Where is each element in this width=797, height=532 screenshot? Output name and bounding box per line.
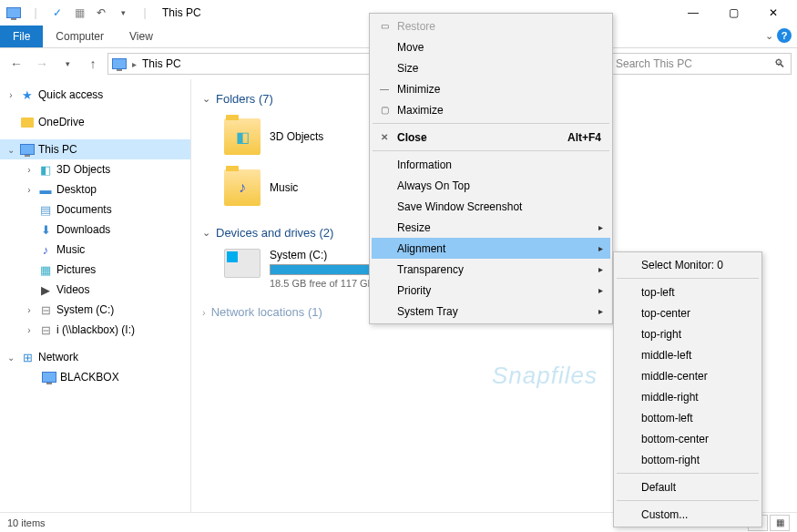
video-icon: ▶ xyxy=(38,282,53,297)
submenu-top-center[interactable]: top-center xyxy=(616,302,760,323)
maximize-button[interactable]: ▢ xyxy=(713,0,753,26)
tree-3d-objects[interactable]: › ◧ 3D Objects xyxy=(0,159,190,179)
chevron-down-icon[interactable]: ⌄ xyxy=(5,145,16,155)
menu-maximize[interactable]: ▢Maximize xyxy=(372,99,610,120)
tree-system-c[interactable]: › ⊟ System (C:) xyxy=(0,300,190,320)
submenu-custom[interactable]: Custom... xyxy=(616,504,760,525)
tree-downloads[interactable]: ⬇ Downloads xyxy=(0,220,190,240)
tree-onedrive[interactable]: OneDrive xyxy=(0,112,190,132)
submenu-bottom-left[interactable]: bottom-left xyxy=(616,407,760,428)
view-large-icons-button[interactable]: ▦ xyxy=(770,515,790,531)
pc-icon xyxy=(4,3,24,23)
qat-properties-icon[interactable]: ▦ xyxy=(69,3,89,23)
computer-icon xyxy=(42,370,56,384)
tab-computer[interactable]: Computer xyxy=(43,26,117,47)
qat-divider: | xyxy=(135,3,155,23)
address-pc-icon xyxy=(112,58,127,69)
submenu-top-left[interactable]: top-left xyxy=(616,281,760,302)
tree-quick-access[interactable]: › ★ Quick access xyxy=(0,85,190,105)
search-input[interactable]: Search This PC 🔍︎ xyxy=(609,53,792,75)
forward-button[interactable]: → xyxy=(31,53,53,75)
item-count: 10 items xyxy=(7,517,46,528)
submenu-middle-right[interactable]: middle-right xyxy=(616,386,760,407)
menu-system-tray[interactable]: System Tray▸ xyxy=(372,301,610,322)
submenu-select-monitor[interactable]: Select Monitor: 0 xyxy=(616,254,760,275)
menu-separator xyxy=(373,123,609,124)
chevron-right-icon[interactable]: › xyxy=(24,185,35,195)
help-icon[interactable]: ? xyxy=(777,28,792,43)
download-icon: ⬇ xyxy=(38,222,53,237)
menu-save-screenshot[interactable]: Save Window Screenshot xyxy=(372,196,610,217)
submenu-bottom-center[interactable]: bottom-center xyxy=(616,428,760,449)
folder-label: Music xyxy=(270,181,298,194)
tree-blackbox[interactable]: BLACKBOX xyxy=(0,367,190,387)
chevron-right-icon[interactable]: › xyxy=(24,165,35,175)
minimize-button[interactable]: — xyxy=(673,0,713,26)
menu-information[interactable]: Information xyxy=(372,154,610,175)
qat-divider: | xyxy=(26,3,46,23)
menu-always-on-top[interactable]: Always On Top xyxy=(372,175,610,196)
back-button[interactable]: ← xyxy=(5,53,27,75)
menu-alignment[interactable]: Alignment▸ xyxy=(372,238,610,259)
submenu-arrow-icon: ▸ xyxy=(598,222,603,232)
menu-minimize[interactable]: —Minimize xyxy=(372,78,610,99)
network-icon: ⊞ xyxy=(20,350,35,364)
submenu-arrow-icon: ▸ xyxy=(598,285,603,295)
address-location[interactable]: This PC xyxy=(142,57,181,70)
chevron-right-icon[interactable]: › xyxy=(24,325,35,335)
search-icon[interactable]: 🔍︎ xyxy=(774,57,785,70)
tab-file[interactable]: File xyxy=(0,26,43,47)
nav-tree: › ★ Quick access OneDrive ⌄ This PC › ◧ … xyxy=(0,79,191,512)
submenu-middle-center[interactable]: middle-center xyxy=(616,365,760,386)
chevron-right-icon[interactable]: › xyxy=(5,90,16,100)
tree-documents[interactable]: ▤ Documents xyxy=(0,200,190,220)
menu-transparency[interactable]: Transparency▸ xyxy=(372,259,610,280)
menu-size[interactable]: Size xyxy=(372,57,610,78)
chevron-down-icon[interactable]: ⌄ xyxy=(202,227,210,239)
close-icon: ✕ xyxy=(377,132,392,142)
up-button[interactable]: ↑ xyxy=(82,53,104,75)
restore-icon: ▭ xyxy=(377,21,392,31)
tree-network[interactable]: ⌄ ⊞ Network xyxy=(0,347,190,367)
minimize-icon: — xyxy=(377,84,392,94)
chevron-down-icon[interactable]: ⌄ xyxy=(5,353,16,363)
menu-move[interactable]: Move xyxy=(372,36,610,57)
qat-dropdown-icon[interactable]: ▾ xyxy=(113,3,133,23)
submenu-middle-left[interactable]: middle-left xyxy=(616,344,760,365)
submenu-top-right[interactable]: top-right xyxy=(616,323,760,344)
menu-resize[interactable]: Resize▸ xyxy=(372,217,610,238)
tree-desktop[interactable]: › ▬ Desktop xyxy=(0,179,190,200)
close-button[interactable]: ✕ xyxy=(753,0,793,26)
tree-music[interactable]: ♪ Music xyxy=(0,240,190,260)
document-icon: ▤ xyxy=(38,202,53,217)
tree-videos[interactable]: ▶ Videos xyxy=(0,280,190,300)
qat-checkmark-icon[interactable]: ✓ xyxy=(47,3,67,23)
tab-view[interactable]: View xyxy=(117,26,166,47)
chevron-right-icon[interactable]: › xyxy=(202,307,206,318)
menu-separator xyxy=(617,278,759,279)
recent-dropdown-icon[interactable]: ▾ xyxy=(56,53,78,75)
menu-priority[interactable]: Priority▸ xyxy=(372,280,610,301)
window-title: This PC xyxy=(162,6,201,19)
menu-close[interactable]: ✕CloseAlt+F4 xyxy=(372,127,610,148)
submenu-arrow-icon: ▸ xyxy=(598,264,603,274)
system-menu: ▭Restore Move Size —Minimize ▢Maximize ✕… xyxy=(369,13,613,324)
submenu-bottom-right[interactable]: bottom-right xyxy=(616,449,760,470)
tree-pictures[interactable]: ▦ Pictures xyxy=(0,260,190,280)
alignment-submenu: Select Monitor: 0 top-left top-center to… xyxy=(613,251,762,527)
chevron-down-icon[interactable]: ⌄ xyxy=(202,93,210,105)
pc-icon xyxy=(20,142,35,157)
qat-undo-icon[interactable]: ↶ xyxy=(91,3,111,23)
picture-icon: ▦ xyxy=(38,262,53,277)
breadcrumb-arrow-icon[interactable]: ▸ xyxy=(132,59,137,69)
network-drive-icon: ⊟ xyxy=(38,322,53,337)
tree-this-pc[interactable]: ⌄ This PC xyxy=(0,139,190,159)
menu-separator xyxy=(617,473,759,474)
tree-network-drive-i[interactable]: › ⊟ i (\\blackbox) (I:) xyxy=(0,320,190,340)
chevron-right-icon[interactable]: › xyxy=(24,305,35,315)
ribbon-expand-icon[interactable]: ⌄ xyxy=(765,30,773,42)
submenu-default[interactable]: Default xyxy=(616,476,760,497)
menu-restore[interactable]: ▭Restore xyxy=(372,15,610,36)
folder-icon xyxy=(20,115,35,129)
folder-icon: ◧ xyxy=(224,118,261,155)
